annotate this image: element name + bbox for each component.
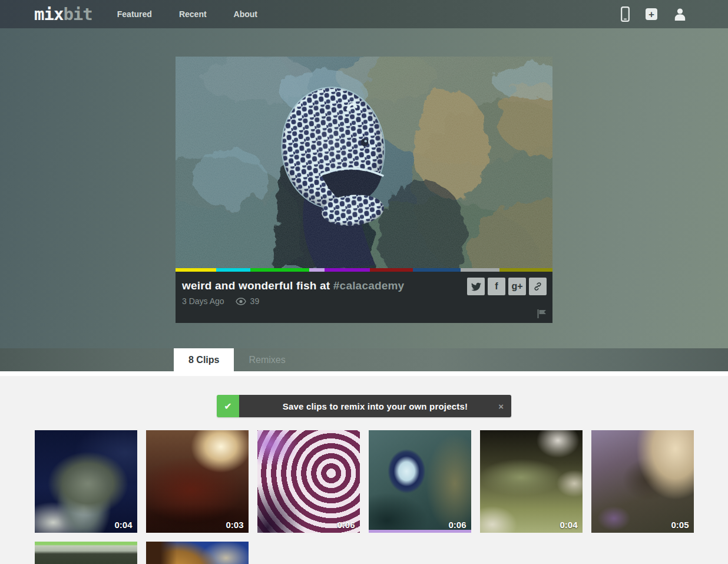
mixbit-logo[interactable]: mixbit (34, 0, 92, 28)
clip-duration: 0:04 (560, 520, 577, 530)
check-icon: ✔ (217, 395, 239, 417)
tabs: 8 Clips Remixes (174, 348, 728, 371)
view-count: 39 (250, 296, 260, 306)
clips-section: ✔ Save clips to remix into your own proj… (0, 371, 728, 559)
logo-bit: bit (63, 4, 92, 24)
nav-about[interactable]: About (234, 9, 257, 19)
video-hashtag[interactable]: #calacademy (333, 279, 405, 292)
logo-mix: mix (34, 4, 63, 24)
video-player: weird and wonderful fish at #calacademy … (176, 28, 552, 323)
banner-close-button[interactable]: × (498, 401, 504, 411)
clip-duration: 0:06 (337, 520, 355, 530)
primary-nav: Featured Recent About (117, 9, 257, 19)
share-button-group: f g+ (467, 278, 547, 295)
views-eye-icon (236, 298, 246, 305)
chain-link-icon (533, 282, 542, 291)
video-still-moray-eel[interactable] (176, 57, 552, 268)
copy-link-button[interactable] (529, 278, 547, 295)
create-project-icon[interactable]: + (646, 8, 657, 20)
nav-featured[interactable]: Featured (117, 9, 152, 19)
video-hero: weird and wonderful fish at #calacademy … (0, 28, 728, 348)
active-clip-indicator (369, 530, 471, 533)
clip-thumbnail-nautilus[interactable]: 0:06 (257, 430, 360, 533)
video-info-bar: weird and wonderful fish at #calacademy … (176, 272, 552, 323)
facebook-f-icon: f (495, 281, 498, 292)
clip-thumbnail-octopus[interactable]: 0:04 (35, 430, 137, 533)
account-icon[interactable] (673, 8, 687, 21)
clip-thumbnail-cuttlefish[interactable]: 0:04 (480, 430, 583, 533)
mixbit-video-page: mixbit Featured Recent About + (0, 0, 728, 559)
clip-duration: 0:06 (448, 520, 466, 530)
twitter-bird-icon (471, 282, 481, 292)
tab-clips[interactable]: 8 Clips (174, 348, 234, 371)
googleplus-share-button[interactable]: g+ (508, 278, 526, 295)
clip-thumbnail-aquarium[interactable] (35, 542, 137, 564)
flag-report-icon[interactable] (537, 309, 547, 318)
banner-message: Save clips to remix into your own projec… (239, 395, 511, 417)
video-title-text: weird and wonderful fish at (182, 279, 333, 292)
tab-remixes[interactable]: Remixes (234, 348, 300, 371)
top-nav: mixbit Featured Recent About + (0, 0, 728, 28)
mobile-app-icon[interactable] (621, 6, 630, 22)
googleplus-icon: g+ (511, 281, 522, 292)
save-clips-banner: ✔ Save clips to remix into your own proj… (217, 395, 511, 417)
twitter-share-button[interactable] (467, 278, 485, 295)
video-meta: 3 Days Ago 39 (182, 296, 547, 306)
clip-duration: 0:04 (114, 520, 132, 530)
nav-icon-group: + (621, 6, 687, 22)
clip-duration: 0:03 (226, 520, 243, 530)
video-age: 3 Days Ago (182, 296, 224, 306)
nav-recent[interactable]: Recent (179, 9, 207, 19)
moray-eel-illustration (176, 57, 552, 268)
clip-thumbnail-octopus-coral[interactable]: 0:05 (591, 430, 694, 533)
clip-thumbnail-blue-coral[interactable] (146, 542, 249, 564)
clip-duration: 0:05 (671, 520, 689, 530)
facebook-share-button[interactable]: f (488, 278, 505, 295)
clips-grid: 0:04 0:03 0:06 0:06 0:04 0:05 (35, 430, 694, 564)
clip-thumbnail-lobster[interactable]: 0:03 (146, 430, 249, 533)
clip-thumbnail-moray-eel-active[interactable]: 0:06 (369, 430, 471, 533)
tab-bar: 8 Clips Remixes (0, 348, 728, 371)
